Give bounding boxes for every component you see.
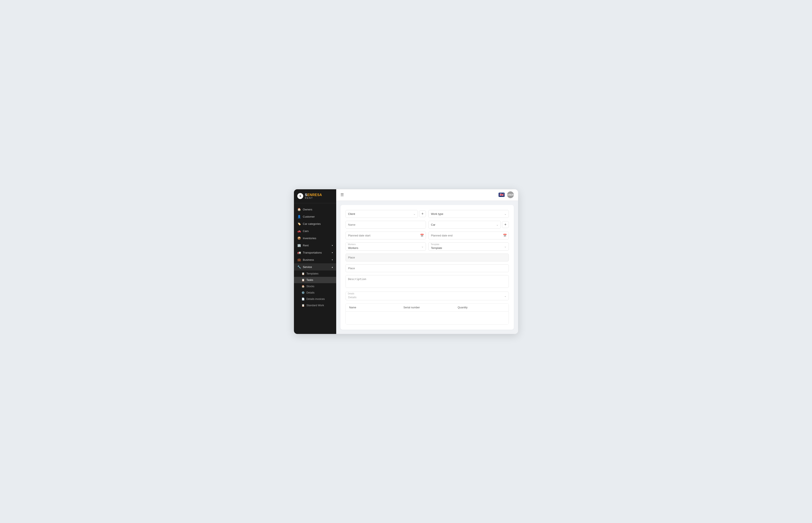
place-input-1[interactable] bbox=[346, 254, 509, 262]
sidebar-item-car-categories-label: Car categories bbox=[303, 222, 321, 226]
sidebar-item-inventories[interactable]: 📦 Inventories bbox=[294, 235, 336, 242]
description-textarea[interactable] bbox=[346, 275, 509, 288]
worktype-select[interactable]: Work type bbox=[428, 210, 509, 218]
sidebar-item-standard-work[interactable]: 📋 Standard Work bbox=[294, 302, 336, 309]
form-row-2: Car + bbox=[346, 221, 509, 229]
details-invoices-icon: 📄 bbox=[301, 297, 305, 301]
workers-label: Workers bbox=[348, 243, 356, 246]
form-row-6 bbox=[346, 264, 509, 272]
template-group: Template Template bbox=[428, 242, 509, 251]
sidebar-item-cars[interactable]: 🚗 Cars bbox=[294, 227, 336, 235]
sidebar-item-rent-label: Rent bbox=[303, 244, 309, 247]
app-body: S SENRESA RENT 🏠 Owners 👤 Customer 🏷️ Ca bbox=[294, 189, 518, 334]
user-avatar[interactable]: USER bbox=[507, 192, 514, 198]
sidebar-item-inventories-label: Inventories bbox=[303, 237, 316, 240]
sidebar-item-templates-label: Templates bbox=[307, 272, 318, 275]
car-group: Car + bbox=[428, 221, 509, 229]
language-flag[interactable] bbox=[499, 193, 504, 197]
logo-rent: RENT bbox=[305, 197, 322, 199]
table-col-name: Name bbox=[346, 304, 400, 311]
place-group-2 bbox=[346, 264, 509, 272]
sidebar-item-standard-work-label: Standard Work bbox=[307, 304, 324, 307]
sidebar-item-tasks-label: Tasks bbox=[307, 278, 313, 282]
sidebar-item-customer[interactable]: 👤 Customer bbox=[294, 213, 336, 220]
car-select-wrap: Car bbox=[428, 221, 501, 229]
sidebar-item-stocks[interactable]: 🏠 Stocks bbox=[294, 283, 336, 290]
client-add-button[interactable]: + bbox=[419, 211, 426, 217]
sidebar-item-details-label: Details bbox=[307, 291, 314, 294]
sidebar-item-details[interactable]: ⚙️ Details bbox=[294, 290, 336, 296]
table-col-serial: Serial number bbox=[400, 304, 455, 311]
form-row-8: Details Details bbox=[346, 292, 509, 300]
inventories-icon: 📦 bbox=[297, 236, 301, 240]
transportations-icon: 🚛 bbox=[297, 251, 301, 254]
service-icon: 🔧 bbox=[297, 265, 301, 269]
sidebar-item-owners[interactable]: 🏠 Owners bbox=[294, 206, 336, 213]
client-select[interactable]: Client bbox=[346, 210, 418, 218]
sidebar-item-service-label: Service bbox=[303, 266, 312, 269]
sidebar-item-owners-label: Owners bbox=[303, 208, 312, 211]
sidebar-item-transportations-label: Transportations bbox=[303, 251, 322, 254]
details-label: Details bbox=[348, 292, 354, 295]
template-select[interactable]: Template bbox=[428, 242, 509, 251]
sidebar-item-cars-label: Cars bbox=[303, 230, 309, 233]
templates-icon: 📋 bbox=[301, 272, 305, 275]
sidebar-item-car-categories[interactable]: 🏷️ Car categories bbox=[294, 220, 336, 227]
sidebar-item-business-label: Business bbox=[303, 258, 314, 262]
cars-icon: 🚗 bbox=[297, 229, 301, 233]
details-group: Details Details bbox=[346, 292, 509, 300]
name-input[interactable] bbox=[346, 221, 426, 229]
sidebar-item-rent[interactable]: 🏢 Rent ▾ bbox=[294, 242, 336, 249]
form-row-7 bbox=[346, 275, 509, 289]
business-icon: 💼 bbox=[297, 258, 301, 262]
car-select[interactable]: Car bbox=[428, 221, 501, 229]
service-submenu: 📋 Templates 📋 Tasks 🏠 Stocks ⚙️ Details bbox=[294, 270, 336, 309]
task-form-card: Client + Work type bbox=[340, 205, 514, 330]
main-area: ☰ USER Client bbox=[336, 189, 518, 334]
form-row-1: Client + Work type bbox=[346, 210, 509, 218]
table-body bbox=[346, 312, 509, 324]
description-group bbox=[346, 275, 509, 289]
logo-senresa: SENRESA bbox=[305, 193, 322, 197]
planned-date-end-group: 📅 bbox=[428, 232, 509, 239]
logo-area: S SENRESA RENT bbox=[294, 189, 336, 203]
sidebar-item-stocks-label: Stocks bbox=[307, 285, 314, 288]
place-input-2[interactable] bbox=[346, 264, 509, 272]
form-row-4: Workers Workers Template Template bbox=[346, 242, 509, 251]
sidebar-item-service[interactable]: 🔧 Service ▴ bbox=[294, 263, 336, 270]
sidebar-item-templates[interactable]: 📋 Templates bbox=[294, 270, 336, 277]
sidebar-item-details-invoices-label: Details invoices bbox=[307, 297, 325, 301]
sidebar-nav: 🏠 Owners 👤 Customer 🏷️ Car categories 🚗 … bbox=[294, 203, 336, 334]
rent-icon: 🏢 bbox=[297, 244, 301, 247]
details-icon: ⚙️ bbox=[301, 291, 305, 294]
client-select-wrap: Client bbox=[346, 210, 418, 218]
name-group bbox=[346, 221, 426, 229]
logo-icon: S bbox=[297, 193, 303, 199]
service-chevron-icon: ▴ bbox=[332, 266, 333, 268]
template-label: Template bbox=[431, 243, 439, 246]
header-left: ☰ bbox=[340, 193, 344, 197]
workers-group: Workers Workers bbox=[346, 242, 426, 251]
hamburger-icon[interactable]: ☰ bbox=[340, 193, 344, 197]
details-select[interactable]: Details bbox=[346, 292, 509, 300]
sidebar-item-details-invoices[interactable]: 📄 Details invoices bbox=[294, 296, 336, 302]
customer-icon: 👤 bbox=[297, 215, 301, 218]
header: ☰ USER bbox=[336, 189, 518, 201]
sidebar-item-business[interactable]: 💼 Business ▾ bbox=[294, 256, 336, 263]
car-categories-icon: 🏷️ bbox=[297, 222, 301, 226]
sidebar: S SENRESA RENT 🏠 Owners 👤 Customer 🏷️ Ca bbox=[294, 189, 336, 334]
car-add-button[interactable]: + bbox=[502, 221, 509, 228]
table-col-quantity: Quantity bbox=[454, 304, 509, 311]
sidebar-item-tasks[interactable]: 📋 Tasks bbox=[294, 277, 336, 283]
business-chevron-icon: ▾ bbox=[332, 259, 333, 261]
workers-select[interactable]: Workers bbox=[346, 242, 426, 251]
place-group-1 bbox=[346, 254, 509, 262]
tasks-icon: 📋 bbox=[301, 278, 305, 282]
sidebar-item-transportations[interactable]: 🚛 Transportations ▾ bbox=[294, 249, 336, 256]
planned-date-end-input[interactable] bbox=[428, 232, 509, 239]
owners-icon: 🏠 bbox=[297, 208, 301, 211]
transportations-chevron-icon: ▾ bbox=[332, 251, 333, 254]
app-window: S SENRESA RENT 🏠 Owners 👤 Customer 🏷️ Ca bbox=[294, 189, 518, 334]
form-row-5 bbox=[346, 254, 509, 262]
planned-date-start-input[interactable] bbox=[346, 232, 426, 239]
